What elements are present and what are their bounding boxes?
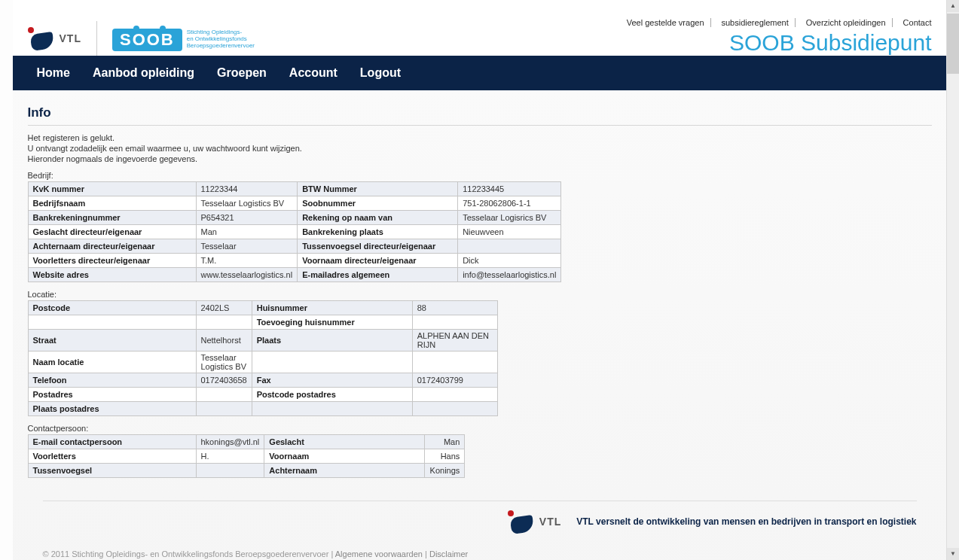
field-value: [458, 239, 561, 254]
field-value: Man: [425, 435, 465, 449]
content: Info Het registeren is gelukt. U ontvang…: [13, 90, 947, 560]
header: VTL SOOB Stichting Opleidings- en Ontwik…: [13, 0, 947, 56]
field-value: hkonings@vtl.nl: [196, 435, 264, 449]
table-row: BankrekeningnummerP654321Rekening op naa…: [28, 211, 561, 225]
field-label: KvK nummer: [28, 182, 196, 196]
field-label: Plaats: [252, 330, 412, 352]
field-value: 0172403658: [196, 373, 252, 388]
field-label: [252, 402, 412, 416]
table-row: Geslacht directeur/eigenaarManBankrekeni…: [28, 225, 561, 239]
table-row: Website adreswww.tesselaarlogistics.nlE-…: [28, 268, 561, 282]
section-label-company: Bedrijf:: [28, 171, 932, 180]
soob-subtitle: Stichting Opleidings- en Ontwikkelingsfo…: [187, 29, 255, 49]
field-label: Straat: [28, 330, 196, 352]
scroll-down-icon[interactable]: ▼: [947, 548, 959, 560]
field-value: P654321: [196, 211, 298, 225]
field-value: [412, 388, 497, 402]
field-label: Bankrekening plaats: [298, 225, 458, 239]
field-label: Tussenvoegsel directeur/eigenaar: [298, 239, 458, 254]
table-row: Achternaam directeur/eigenaarTesselaarTu…: [28, 239, 561, 254]
field-value: [196, 388, 252, 402]
footer-slogan: VTL versnelt de ontwikkeling van mensen …: [576, 516, 916, 527]
field-value: Dick: [458, 254, 561, 268]
field-label: [28, 315, 196, 330]
field-label: Voornaam: [264, 449, 425, 464]
field-label: E-mailadres algemeen: [298, 268, 458, 282]
field-label: Rekening op naam van: [298, 211, 458, 225]
field-label: Plaats postadres: [28, 402, 196, 416]
soob-logo: SOOB Stichting Opleidings- en Ontwikkeli…: [112, 26, 255, 51]
field-label: Bedrijfsnaam: [28, 196, 196, 211]
field-label: Huisnummer: [252, 301, 412, 315]
link-faq[interactable]: Veel gestelde vragen: [621, 18, 711, 27]
link-disclaimer[interactable]: Disclaimer: [429, 549, 468, 558]
field-value: [196, 402, 252, 416]
field-label: Fax: [252, 373, 412, 388]
nav-groepen[interactable]: Groepen: [208, 66, 276, 80]
title-divider: [28, 125, 932, 126]
nav-account[interactable]: Account: [280, 66, 347, 80]
field-label: BTW Nummer: [298, 182, 458, 196]
section-label-location: Locatie:: [28, 290, 932, 299]
footer-vtl-graphic-icon: [503, 509, 536, 534]
field-value: 751-28062806-1-1: [458, 196, 561, 211]
field-value: 88: [412, 301, 497, 315]
top-links: Veel gestelde vragen subsidiereglement O…: [621, 14, 932, 27]
footer-copyright: © 2011 Stichting Opleidings- en Ontwikke…: [43, 549, 329, 558]
field-value: [412, 315, 497, 330]
field-value: Tesselaar Logistics BV: [196, 196, 298, 211]
footer-vtl: VTL VTL versnelt de ontwikkeling van men…: [28, 509, 932, 534]
soob-logo-text: SOOB: [112, 29, 182, 51]
nav-logout[interactable]: Logout: [351, 66, 410, 80]
field-label: Geslacht: [264, 435, 425, 449]
scroll-up-icon[interactable]: ▲: [947, 0, 959, 12]
table-row: Telefoon0172403658Fax0172403799: [28, 373, 497, 388]
field-label: Achternaam: [264, 464, 425, 478]
table-row: E-mail contactpersoonhkonings@vtl.nlGesl…: [28, 435, 465, 449]
field-value: 11223344: [196, 182, 298, 196]
field-label: Bankrekeningnummer: [28, 211, 196, 225]
table-row: Naam locatieTesselaar Logistics BV: [28, 352, 497, 373]
link-reglement[interactable]: subsidiereglement: [716, 18, 796, 27]
table-row: VoorlettersH.VoornaamHans: [28, 449, 465, 464]
field-value: www.tesselaarlogistics.nl: [196, 268, 298, 282]
field-value: Hans: [425, 449, 465, 464]
table-row: Voorletters directeur/eigenaarT.M.Voorna…: [28, 254, 561, 268]
vtl-graphic-icon: [23, 26, 57, 51]
vertical-scrollbar[interactable]: ▲ ▼: [946, 0, 959, 560]
link-contact[interactable]: Contact: [897, 18, 932, 27]
field-value: 0172403799: [412, 373, 497, 388]
field-label: Voornaam directeur/eigenaar: [298, 254, 458, 268]
field-value: [196, 315, 252, 330]
company-table: KvK nummer11223344BTW Nummer112233445Bed…: [28, 181, 562, 282]
field-label: [252, 352, 412, 373]
footer-vtl-logo-text: VTL: [539, 516, 561, 528]
nav-aanbod-opleiding[interactable]: Aanbod opleiding: [84, 66, 203, 80]
divider-vertical: [96, 21, 97, 56]
section-label-contact: Contactpersoon:: [28, 424, 932, 433]
field-label: Voorletters directeur/eigenaar: [28, 254, 196, 268]
field-label: Soobnummer: [298, 196, 458, 211]
field-label: Postcode postadres: [252, 388, 412, 402]
footer-vtl-logo: VTL: [503, 509, 561, 534]
field-label: Telefoon: [28, 373, 196, 388]
logo-area: VTL SOOB Stichting Opleidings- en Ontwik…: [13, 21, 255, 56]
field-value: ALPHEN AAN DEN RIJN: [412, 330, 497, 352]
location-table: Postcode2402LSHuisnummer88Toevoeging hui…: [28, 300, 498, 416]
field-value: info@tesselaarlogistics.nl: [458, 268, 561, 282]
field-value: [412, 352, 497, 373]
field-label: E-mail contactpersoon: [28, 435, 196, 449]
field-value: Nettelhorst: [196, 330, 252, 352]
field-label: Achternaam directeur/eigenaar: [28, 239, 196, 254]
field-label: Website adres: [28, 268, 196, 282]
link-algemene-voorwaarden[interactable]: Algemene voorwaarden: [335, 549, 423, 558]
table-row: Plaats postadres: [28, 402, 497, 416]
link-overzicht-opleidingen[interactable]: Overzicht opleidingen: [800, 18, 893, 27]
scrollbar-thumb[interactable]: [947, 14, 959, 74]
field-label: Naam locatie: [28, 352, 196, 373]
intro-text: Het registeren is gelukt. U ontvangt zod…: [28, 133, 932, 163]
vtl-logo-text: VTL: [60, 32, 81, 44]
field-value: 112233445: [458, 182, 561, 196]
table-row: KvK nummer11223344BTW Nummer112233445: [28, 182, 561, 196]
nav-home[interactable]: Home: [28, 66, 79, 80]
